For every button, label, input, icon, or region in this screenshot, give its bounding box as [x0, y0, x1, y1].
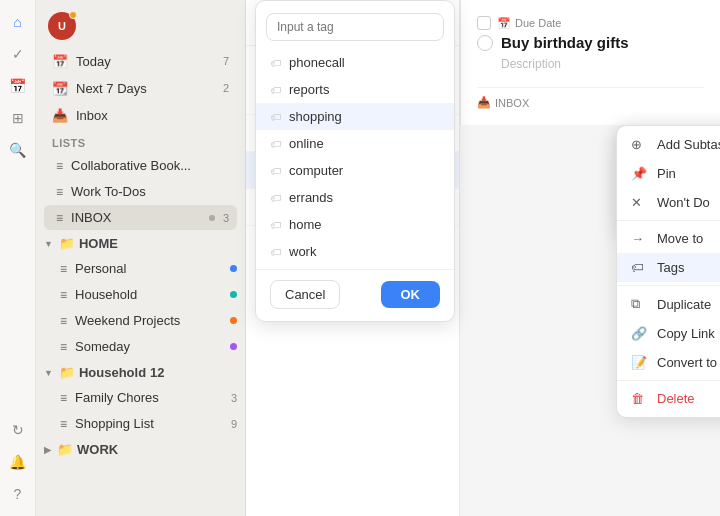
refresh-icon[interactable]: ↻ — [4, 416, 32, 444]
ctx-pin[interactable]: 📌 Pin — [617, 159, 720, 188]
list-icon: ≡ — [56, 211, 63, 225]
tag-online[interactable]: 🏷 online — [256, 130, 454, 157]
household-folder-count: 12 — [150, 365, 164, 380]
sidebar-item-household-label: Household — [75, 287, 222, 302]
ctx-copy-link[interactable]: 🔗 Copy Link — [617, 319, 720, 348]
ok-button[interactable]: OK — [381, 281, 441, 308]
list-icon: ≡ — [60, 391, 67, 405]
shopping-list-count: 9 — [231, 418, 237, 430]
sidebar-item-next7days[interactable]: 📆 Next 7 Days 2 — [44, 75, 237, 101]
today-icon: 📅 — [52, 53, 68, 69]
cancel-button[interactable]: Cancel — [270, 280, 340, 309]
ctx-wont-do[interactable]: ✕ Won't Do — [617, 188, 720, 217]
tag-label: reports — [289, 82, 329, 97]
sidebar-item-today-label: Today — [76, 54, 215, 69]
ctx-pin-label: Pin — [657, 166, 676, 181]
rp-task-checkbox[interactable] — [477, 35, 493, 51]
ctx-duplicate[interactable]: ⧉ Duplicate — [617, 289, 720, 319]
grid-icon[interactable]: ⊞ — [4, 104, 32, 132]
tag-icon: 🏷 — [270, 246, 281, 258]
help-icon[interactable]: ? — [4, 480, 32, 508]
rp-task-header: Buy birthday gifts — [477, 34, 704, 51]
ctx-move-to-label: Move to — [657, 231, 703, 246]
chevron-down-icon: ▼ — [44, 368, 53, 378]
user-area: U — [36, 8, 245, 48]
add-subtask-icon: ⊕ — [631, 137, 647, 152]
sidebar-item-family-chores-label: Family Chores — [75, 390, 223, 405]
tags-footer: Cancel OK — [256, 269, 454, 313]
right-panel: 📅 Due Date Buy birthday gifts Descriptio… — [460, 0, 720, 125]
tag-reports[interactable]: 🏷 reports — [256, 76, 454, 103]
chevron-right-icon: ▶ — [44, 445, 51, 455]
sidebar-item-today-count: 7 — [223, 55, 229, 67]
tag-computer[interactable]: 🏷 computer — [256, 157, 454, 184]
tag-label: home — [289, 217, 322, 232]
list-icon: ≡ — [56, 185, 63, 199]
check-icon[interactable]: ✓ — [4, 40, 32, 68]
move-to-icon: → — [631, 231, 647, 246]
ctx-tags[interactable]: 🏷 Tags — [617, 253, 720, 282]
ctx-tags-label: Tags — [657, 260, 684, 275]
tag-icon: 🏷 — [270, 57, 281, 69]
sidebar-item-collab-book-label: Collaborative Book... — [71, 158, 229, 173]
avatar[interactable]: U — [48, 12, 76, 40]
ctx-convert-to-note[interactable]: 📝 Convert to Note — [617, 348, 720, 377]
home-icon[interactable]: ⌂ — [4, 8, 32, 36]
pin-icon: 📌 — [631, 166, 647, 181]
rp-task-description[interactable]: Description — [477, 57, 704, 71]
work-folder-header[interactable]: ▶ 📁 WORK — [36, 437, 245, 462]
tags-icon: 🏷 — [631, 260, 647, 275]
list-icon: ≡ — [56, 159, 63, 173]
sidebar-item-family-chores[interactable]: ≡ Family Chores 3 — [48, 385, 245, 410]
tag-home[interactable]: 🏷 home — [256, 211, 454, 238]
tags-popup: 🏷 phonecall 🏷 reports 🏷 shopping 🏷 onlin… — [255, 0, 455, 322]
inbox-dot — [209, 215, 215, 221]
rp-due-date-row: 📅 Due Date — [477, 16, 704, 30]
ctx-duplicate-label: Duplicate — [657, 297, 711, 312]
next7days-icon: 📆 — [52, 80, 68, 96]
side-icon-bar: ⌂ ✓ 📅 ⊞ 🔍 ↻ 🔔 ? — [0, 0, 36, 516]
rp-inbox-label: INBOX — [495, 97, 529, 109]
sidebar-item-shopping-list[interactable]: ≡ Shopping List 9 — [48, 411, 245, 436]
calendar-icon[interactable]: 📅 — [4, 72, 32, 100]
ctx-delete[interactable]: 🗑 Delete — [617, 384, 720, 413]
personal-dot — [230, 265, 237, 272]
family-chores-count: 3 — [231, 392, 237, 404]
home-folder-header[interactable]: ▼ 📁 HOME — [36, 231, 245, 256]
sidebar-item-household[interactable]: ≡ Household — [48, 282, 245, 307]
sidebar-item-inbox[interactable]: 📥 Inbox — [44, 102, 237, 128]
sidebar-item-work-todos[interactable]: ≡ Work To-Dos — [44, 179, 237, 204]
ctx-copy-link-label: Copy Link — [657, 326, 715, 341]
sidebar-item-personal[interactable]: ≡ Personal — [48, 256, 245, 281]
rp-inbox-row: 📥 INBOX — [477, 96, 704, 109]
sidebar-nav: 📅 Today 7 📆 Next 7 Days 2 📥 Inbox — [36, 48, 245, 129]
tag-work[interactable]: 🏷 work — [256, 238, 454, 265]
sidebar-item-today[interactable]: 📅 Today 7 — [44, 48, 237, 74]
tags-search-input[interactable] — [266, 13, 444, 41]
sidebar-item-next7days-label: Next 7 Days — [76, 81, 215, 96]
tag-icon: 🏷 — [270, 138, 281, 150]
rp-due-date-checkbox[interactable] — [477, 16, 491, 30]
ctx-add-subtask-label: Add Subtask — [657, 137, 720, 152]
bell-icon[interactable]: 🔔 — [4, 448, 32, 476]
ctx-move-to[interactable]: → Move to — [617, 224, 720, 253]
tag-phonecall[interactable]: 🏷 phonecall — [256, 49, 454, 76]
sidebar-item-next7days-count: 2 — [223, 82, 229, 94]
list-icon: ≡ — [60, 262, 67, 276]
sidebar-item-weekend-projects[interactable]: ≡ Weekend Projects — [48, 308, 245, 333]
ctx-divider — [617, 220, 720, 221]
sidebar-item-collab-book[interactable]: ≡ Collaborative Book... — [44, 153, 237, 178]
search-icon[interactable]: 🔍 — [4, 136, 32, 164]
sidebar-item-inbox-label: Inbox — [76, 108, 229, 123]
household-folder-header[interactable]: ▼ 📁 Household 12 — [36, 360, 245, 385]
home-folder-children: ≡ Personal ≡ Household ≡ Weekend Project… — [36, 256, 245, 360]
tag-errands[interactable]: 🏷 errands — [256, 184, 454, 211]
ctx-add-subtask[interactable]: ⊕ Add Subtask — [617, 130, 720, 159]
sidebar-item-inbox-list[interactable]: ≡ INBOX 3 — [44, 205, 237, 230]
calendar-small-icon: 📅 — [497, 17, 511, 30]
list-icon: ≡ — [60, 340, 67, 354]
folder-icon: 📁 — [59, 236, 75, 251]
sidebar-item-someday[interactable]: ≡ Someday — [48, 334, 245, 359]
rp-due-date-label: 📅 Due Date — [497, 17, 561, 30]
tag-shopping[interactable]: 🏷 shopping — [256, 103, 454, 130]
